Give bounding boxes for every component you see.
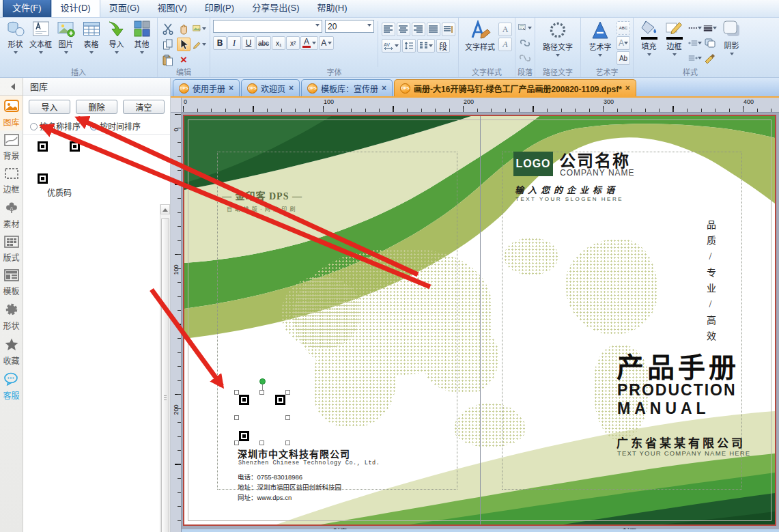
paragraph-settings-button[interactable]: 段	[436, 39, 450, 53]
word-art-abc-button[interactable]: ABC	[617, 21, 630, 35]
pen-tool-button[interactable]	[193, 38, 206, 51]
align-center-button[interactable]	[397, 23, 410, 36]
sort-by-name-radio[interactable]: 按名称排序	[30, 120, 81, 132]
doc-tab-manual[interactable]: DPS 使用手册 ×	[173, 79, 240, 96]
placed-qr-code[interactable]	[239, 395, 285, 441]
insert-import-button[interactable]: 导入	[104, 20, 128, 56]
sidebar-item-border[interactable]: 边框	[0, 164, 23, 197]
selection-handle-w[interactable]	[234, 415, 239, 420]
shadow-button[interactable]: 阴影	[720, 20, 743, 57]
cut-button[interactable]	[161, 22, 175, 36]
char-spacing-button[interactable]: AV	[382, 39, 401, 53]
sort-by-time-radio[interactable]: 按时间排序	[90, 120, 141, 132]
sidebar-item-layouts[interactable]: 版式	[0, 232, 23, 266]
line-spacing-button[interactable]	[402, 39, 416, 53]
menu-file[interactable]: 文件(F)	[3, 0, 51, 17]
menu-page[interactable]: 页面(G)	[100, 0, 149, 17]
slogan-cn[interactable]: 输入您的企业标语	[515, 183, 619, 196]
menu-share-export[interactable]: 分享导出(S)	[243, 0, 308, 17]
indent-left-button[interactable]	[688, 36, 702, 50]
copy-style-button[interactable]	[703, 36, 717, 50]
fill-button[interactable]: 填充	[637, 20, 661, 58]
sidebar-item-assets[interactable]: 素材	[0, 197, 23, 232]
italic-button[interactable]: I	[227, 36, 241, 50]
import-button[interactable]: 导入	[29, 100, 70, 114]
font-family-select[interactable]	[213, 20, 322, 33]
sidebar-item-support[interactable]: 客服	[0, 369, 23, 404]
rotation-handle[interactable]	[259, 378, 266, 384]
indent-right-button[interactable]	[688, 51, 702, 65]
font-color-button[interactable]: A	[300, 36, 318, 50]
unlink-button[interactable]	[518, 51, 532, 65]
underline-button[interactable]: U	[242, 36, 255, 50]
insert-shape-button[interactable]: 形状	[3, 20, 27, 56]
delete-item-button[interactable]: 删除	[76, 100, 117, 114]
collapse-panel-button[interactable]	[0, 78, 23, 96]
gallery-item-qr[interactable]: 优质码	[34, 141, 85, 198]
selection-handle-nw[interactable]	[234, 390, 239, 395]
brochure-page[interactable]: — 金印客 DPS — 自 助 排 版 · 网 络 印 刷 LOGO 公司名称 …	[184, 116, 775, 524]
word-art-a-button[interactable]: A	[617, 36, 630, 50]
insert-textbox-button[interactable]: 文本框	[29, 20, 53, 56]
doc-tab-welcome[interactable]: DPS 欢迎页 ×	[241, 79, 300, 96]
sidebar-item-templates[interactable]: 模板	[0, 266, 23, 299]
justify-button[interactable]	[427, 23, 440, 36]
distribute-button[interactable]	[442, 23, 455, 36]
image-tool-button[interactable]	[193, 22, 206, 36]
align-right-button[interactable]	[412, 23, 425, 36]
doc-tab-active-brochure[interactable]: DPS 画册-大16开骑马钉-绿色工厂产品画册200820-1109.dpsf*…	[394, 79, 636, 96]
text-wrap-button[interactable]	[518, 21, 532, 35]
close-tab-icon[interactable]: ×	[289, 83, 294, 93]
word-art-ab-button[interactable]: Ab	[617, 51, 630, 65]
close-tab-icon[interactable]: ×	[625, 83, 630, 93]
line-style-button[interactable]	[688, 21, 702, 35]
sidebar-item-background[interactable]: 背景	[0, 130, 23, 164]
copy-button[interactable]	[161, 38, 175, 51]
panel-scrollbar[interactable]	[160, 204, 170, 532]
paste-button[interactable]	[161, 53, 175, 67]
font-size-select[interactable]: 20	[325, 20, 374, 33]
sidebar-item-shapes[interactable]: 形状	[0, 299, 23, 334]
menu-view[interactable]: 视图(V)	[148, 0, 195, 17]
format-brush-icon[interactable]	[703, 51, 717, 65]
selection-handle-e[interactable]	[285, 415, 290, 420]
link-button[interactable]	[518, 36, 532, 50]
pan-hand-button[interactable]	[177, 22, 190, 36]
menu-help[interactable]: 帮助(H)	[308, 0, 356, 17]
char-style-button[interactable]: A	[319, 36, 334, 50]
menu-design[interactable]: 设计(D)	[51, 0, 100, 17]
scroll-up-button[interactable]	[160, 204, 170, 214]
line-weight-button[interactable]	[703, 21, 717, 35]
close-tab-icon[interactable]: ×	[382, 83, 386, 93]
border-button[interactable]: 边框	[662, 20, 686, 58]
superscript-button[interactable]: x²	[286, 36, 300, 50]
selection-handle-ne[interactable]	[285, 390, 290, 395]
bold-button[interactable]: B	[213, 36, 227, 50]
delete-button[interactable]: ×	[177, 53, 190, 67]
doc-tab-template-library[interactable]: DPS 模板库：宣传册 ×	[301, 79, 393, 96]
text-style-button[interactable]: 文字样式	[462, 20, 498, 52]
product-manual-title-cn[interactable]: 产品手册	[617, 346, 739, 385]
selection-handle-sw[interactable]	[234, 440, 239, 445]
menu-print[interactable]: 印刷(P)	[196, 0, 243, 17]
columns-button[interactable]	[417, 39, 435, 53]
scrollbar-thumb[interactable]	[161, 218, 169, 532]
text-style-a1-button[interactable]: A	[498, 23, 512, 36]
text-style-a2-button[interactable]: A	[498, 38, 512, 51]
strikethrough-button[interactable]: abc	[256, 36, 271, 50]
selection-handle-n[interactable]	[259, 390, 264, 395]
align-left-button[interactable]	[382, 23, 395, 36]
clear-button[interactable]: 清空	[123, 100, 165, 114]
insert-other-button[interactable]: 其他	[130, 20, 154, 56]
sidebar-item-gallery[interactable]: 图库	[0, 96, 23, 130]
subscript-button[interactable]: x₁	[272, 36, 285, 50]
insert-table-button[interactable]: 表格	[79, 20, 103, 56]
path-text-button[interactable]: 路径文字	[539, 20, 577, 59]
design-canvas[interactable]: — 金印客 DPS — 自 助 排 版 · 网 络 印 刷 LOGO 公司名称 …	[182, 113, 779, 532]
close-tab-icon[interactable]: ×	[229, 83, 233, 93]
insert-picture-button[interactable]: 图片	[54, 20, 78, 56]
selection-handle-s[interactable]	[259, 440, 264, 445]
logo-placeholder[interactable]: LOGO	[513, 152, 553, 176]
sidebar-item-favorites[interactable]: 收藏	[0, 334, 23, 369]
word-art-button[interactable]: 艺术字	[584, 20, 616, 59]
